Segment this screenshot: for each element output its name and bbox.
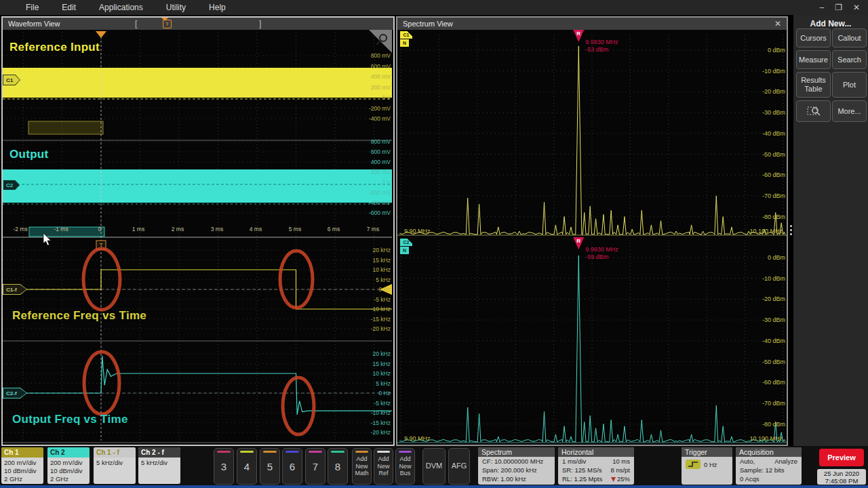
- spectrum-plot-c1[interactable]: C1NR9.9930 MHz-53 dBm0 dBm-10 dBm-20 dBm…: [397, 30, 787, 239]
- afg-button[interactable]: AFG: [448, 448, 470, 485]
- c1f_hz-scale-label: -5 kHz: [361, 296, 391, 303]
- db-scale-label: -50 dBm: [754, 359, 785, 365]
- time-axis-label: 2 ms: [164, 226, 191, 232]
- channel-button-5[interactable]: 5: [260, 448, 280, 485]
- menu-bar: FileEditApplicationsUtilityHelp – ❐ ✕: [0, 0, 868, 15]
- oscilloscope-app: FileEditApplicationsUtilityHelp – ❐ ✕ Wa…: [0, 0, 868, 488]
- db-scale-label: -20 dBm: [754, 88, 785, 95]
- time-axis-label: 3 ms: [203, 226, 231, 232]
- channel-tile-ch-2[interactable]: Ch 2200 mV/div10 dBm/div2 GHz: [47, 447, 90, 484]
- bottom-settings-bar: Preview 25 Jun 2020 7:45:08 PM Ch 1200 m…: [0, 446, 868, 485]
- freq-axis-left-label: 9.90 MHz: [404, 435, 431, 442]
- time-text: 7:45:08 PM: [817, 477, 866, 485]
- c2f_hz-scale-label: -15 kHz: [361, 420, 391, 426]
- c2_mv-scale-label: -600 mV: [361, 209, 391, 216]
- add-new-ref-button[interactable]: AddNewRef: [374, 448, 393, 485]
- dvm-button[interactable]: DVM: [422, 448, 446, 485]
- spectrum-close-icon[interactable]: ✕: [774, 19, 781, 28]
- waveform-view-title: Waveform View: [8, 20, 60, 28]
- spectrum-plot-c2[interactable]: C2NR9.9930 MHz-59 dBm0 dBm-10 dBm-20 dBm…: [397, 237, 787, 445]
- c2f_hz-scale-label: 0 Hz: [361, 390, 391, 396]
- channel-tile-ch-2-f[interactable]: Ch 2 - f5 kHz/div: [138, 447, 180, 484]
- add-new-results-table-button[interactable]: Results Table: [796, 72, 831, 98]
- datetime-display: 25 Jun 2020 7:45:08 PM: [817, 469, 866, 485]
- trigger-settings-panel[interactable]: Trigger0 Hz: [682, 447, 732, 485]
- spectrum-view-titlebar[interactable]: Spectrum View ✕: [397, 18, 787, 30]
- menu-item-help[interactable]: Help: [209, 3, 226, 12]
- spectrum-view-title: Spectrum View: [403, 20, 453, 28]
- annotation-ref-freq: Reference Freq vs Time: [12, 309, 146, 323]
- minimize-icon[interactable]: –: [819, 3, 824, 12]
- add-new-zoom-button[interactable]: [796, 100, 831, 122]
- channel-button-6[interactable]: 6: [282, 448, 302, 485]
- annotation-output: Output: [9, 148, 49, 161]
- channel-badge-c1[interactable]: C1: [3, 75, 20, 85]
- db-scale-label: -10 dBm: [754, 68, 785, 75]
- close-icon[interactable]: ✕: [853, 3, 860, 12]
- reference-marker-icon[interactable]: R: [573, 30, 584, 42]
- channel-badge-c2f[interactable]: C2-f: [3, 388, 27, 399]
- spectrum-settings-panel[interactable]: SpectrumCF: 10.0000000 MHzSpan: 200.000 …: [478, 447, 555, 485]
- db-scale-label: -70 dBm: [754, 192, 785, 199]
- db-scale-label: -40 dBm: [754, 130, 785, 137]
- reference-marker-readout: 9.9930 MHz-53 dBm: [585, 39, 618, 54]
- annotation-ref-input: Reference Input: [9, 41, 100, 54]
- menu-item-edit[interactable]: Edit: [62, 3, 76, 12]
- horizontal-settings-panel[interactable]: Horizontal1 ms/div10 msSR: 125 MS/s8 ns/…: [558, 447, 634, 485]
- c1_mv-scale-label: 600 mV: [361, 63, 391, 70]
- c1f_hz-scale-label: 15 kHz: [361, 257, 391, 264]
- c2_mv-scale-label: 200 mV: [361, 169, 391, 176]
- db-scale-label: 0 dBm: [754, 254, 785, 261]
- menu-items: FileEditApplicationsUtilityHelp: [0, 3, 226, 12]
- spectrum-view-panel: Spectrum View ✕ C1NR9.9930 MHz-53 dBm0 d…: [396, 16, 788, 446]
- c1f_hz-scale-label: -15 kHz: [361, 316, 391, 323]
- db-scale-label: -20 dBm: [754, 296, 785, 302]
- freq-axis-right-label: 10.100 MHz: [749, 228, 783, 235]
- c1f_hz-scale-label: 20 kHz: [361, 247, 391, 253]
- channel-button-4[interactable]: 4: [237, 448, 257, 485]
- add-new-search-button[interactable]: Search: [832, 50, 867, 69]
- acquisition-settings-panel[interactable]: AcquisitionAuto,AnalyzeSample: 12 bits0 …: [736, 447, 802, 485]
- add-new-measure-button[interactable]: Measure: [796, 50, 831, 69]
- c2_mv-scale-label: 800 mV: [361, 138, 391, 145]
- add-new-more-button[interactable]: More...: [832, 100, 867, 122]
- add-new-callout-button[interactable]: Callout: [832, 28, 867, 47]
- time-axis-label: 1 ms: [125, 226, 152, 232]
- db-scale-label: -30 dBm: [754, 317, 785, 323]
- trigger-caret-icon: [161, 18, 168, 21]
- preview-button[interactable]: Preview: [819, 449, 864, 466]
- restore-icon[interactable]: ❐: [835, 3, 842, 12]
- channel-badge-c2[interactable]: C2: [3, 180, 20, 190]
- c1_mv-scale-label: 200 mV: [361, 84, 391, 91]
- channel-tile-ch-1[interactable]: Ch 1200 mV/div10 dBm/div2 GHz: [1, 447, 43, 484]
- spectrum-channel-badge-c1[interactable]: C1N: [400, 31, 412, 47]
- c1_mv-scale-label: 800 mV: [361, 52, 391, 59]
- channel-tile-ch-1-f[interactable]: Ch 1 - f5 kHz/div: [94, 447, 136, 484]
- edge-trigger-icon: [686, 460, 701, 469]
- channel-badge-c1f[interactable]: C1-f: [3, 284, 27, 295]
- add-new-math-button[interactable]: AddNewMath: [352, 448, 372, 485]
- c2f_hz-scale-label: -10 kHz: [361, 409, 391, 416]
- spectrum-grid[interactable]: C1NR9.9930 MHz-53 dBm0 dBm-10 dBm-20 dBm…: [397, 30, 787, 445]
- waveform-grid[interactable]: TReference InputOutputReference Freq vs …: [3, 30, 392, 445]
- menu-item-applications[interactable]: Applications: [99, 3, 143, 12]
- channel-button-8[interactable]: 8: [328, 448, 348, 485]
- c1f_hz-scale-label: 0 Hz: [361, 286, 391, 293]
- add-new-cursors-button[interactable]: Cursors: [796, 28, 831, 47]
- channel-button-3[interactable]: 3: [214, 448, 234, 485]
- c2f_hz-scale-label: 10 kHz: [361, 370, 391, 377]
- add-new-plot-button[interactable]: Plot: [832, 72, 867, 98]
- menu-item-utility[interactable]: Utility: [166, 3, 186, 12]
- spectrum-channel-badge-c2[interactable]: C2N: [400, 239, 412, 254]
- panel-drag-handle[interactable]: [788, 220, 793, 240]
- reference-marker-icon[interactable]: R: [573, 237, 584, 249]
- c1f_hz-scale-label: -20 kHz: [361, 325, 391, 332]
- add-new-bus-button[interactable]: AddNewBus: [395, 448, 415, 485]
- waveform-view-titlebar[interactable]: Waveform View [ T ]: [3, 18, 393, 30]
- window-controls: – ❐ ✕: [819, 3, 868, 12]
- time-axis-label: 4 ms: [242, 226, 269, 232]
- freq-axis-right-label: 10.100 MHz: [749, 435, 783, 442]
- channel-button-7[interactable]: 7: [305, 448, 326, 485]
- menu-item-file[interactable]: File: [26, 3, 39, 12]
- reference-marker-readout: 9.9930 MHz-59 dBm: [585, 246, 618, 261]
